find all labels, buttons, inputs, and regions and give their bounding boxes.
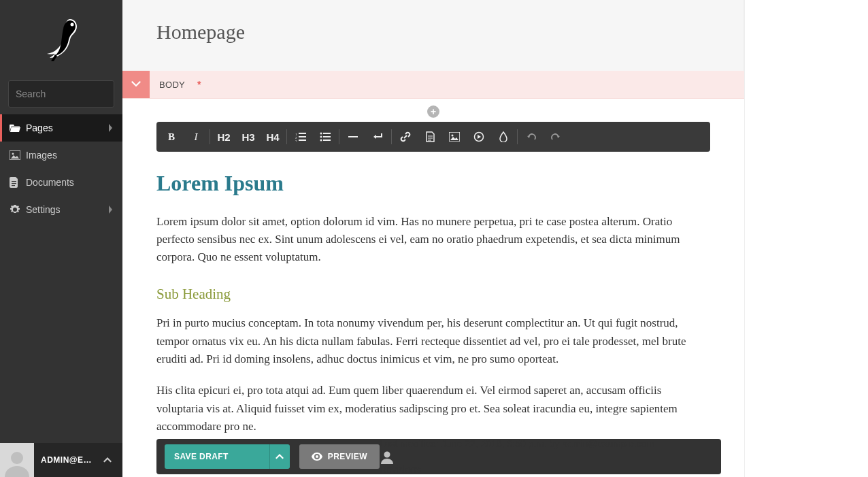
image-icon bbox=[10, 150, 26, 160]
bold-button[interactable]: B bbox=[159, 122, 184, 152]
redo-button[interactable] bbox=[544, 122, 568, 152]
h3-button[interactable]: H3 bbox=[236, 122, 261, 152]
redo-icon bbox=[551, 132, 561, 142]
action-bar-meta: Last modified: June 22, 2018, 9:50 p.m. … bbox=[380, 438, 654, 475]
content-paragraph: Lorem ipsum dolor sit amet, option dolor… bbox=[156, 213, 710, 267]
add-block-button[interactable]: + bbox=[427, 105, 439, 118]
h2-button[interactable]: H2 bbox=[212, 122, 236, 152]
collapse-button[interactable] bbox=[122, 71, 150, 98]
rich-text-toolbar: B I H2 H3 H4 123 bbox=[156, 122, 710, 152]
embed-button[interactable] bbox=[467, 122, 491, 152]
svg-rect-12 bbox=[299, 136, 306, 137]
unordered-list-button[interactable] bbox=[313, 122, 337, 152]
body-label: BODY bbox=[150, 80, 195, 90]
chevron-down-icon bbox=[131, 81, 141, 88]
content-paragraph: His clita epicuri ei, pro tota atqui ad.… bbox=[156, 382, 710, 435]
sidebar-item-label: Pages bbox=[26, 122, 107, 133]
page-title: Homepage bbox=[156, 20, 710, 44]
picture-icon bbox=[449, 132, 460, 142]
chevron-up-icon bbox=[276, 454, 284, 459]
sidebar-item-images[interactable]: Images bbox=[0, 142, 122, 169]
content-h3: Sub Heading bbox=[156, 283, 710, 306]
link-icon bbox=[400, 131, 411, 142]
svg-point-15 bbox=[320, 133, 322, 135]
search-input[interactable] bbox=[9, 88, 141, 99]
separator bbox=[391, 129, 392, 144]
svg-rect-18 bbox=[323, 136, 331, 137]
main: Homepage BODY * + B I H2 H3 bbox=[122, 0, 868, 477]
line-break-button[interactable] bbox=[365, 122, 390, 152]
file-icon bbox=[426, 131, 435, 142]
folder-open-icon bbox=[10, 123, 26, 133]
user-menu-toggle[interactable] bbox=[103, 457, 122, 463]
svg-rect-21 bbox=[348, 136, 358, 137]
horizontal-rule-button[interactable] bbox=[341, 122, 365, 152]
save-draft-dropdown[interactable] bbox=[269, 444, 290, 469]
bird-logo-icon bbox=[43, 15, 80, 64]
separator bbox=[210, 129, 210, 144]
sidebar: Pages Images Documents Settings bbox=[0, 0, 122, 477]
undo-icon bbox=[527, 132, 536, 142]
avatar-icon bbox=[2, 447, 32, 477]
nav: Pages Images Documents Settings bbox=[0, 114, 122, 443]
svg-point-0 bbox=[71, 23, 74, 27]
italic-button[interactable]: I bbox=[184, 122, 208, 152]
svg-point-28 bbox=[384, 452, 390, 458]
h4-button[interactable]: H4 bbox=[261, 122, 285, 152]
preview-label: PREVIEW bbox=[328, 452, 367, 461]
svg-point-17 bbox=[320, 136, 322, 138]
ordered-list-button[interactable]: 123 bbox=[288, 122, 313, 152]
user-bar[interactable]: ADMIN@EX… bbox=[0, 443, 122, 477]
svg-rect-10 bbox=[299, 133, 306, 134]
svg-rect-14 bbox=[299, 139, 306, 141]
required-indicator: * bbox=[197, 79, 201, 90]
preview-button[interactable]: PREVIEW bbox=[299, 444, 380, 469]
content-paragraph: Pri in purto mucius conceptam. In tota n… bbox=[156, 314, 710, 368]
sidebar-item-settings[interactable]: Settings bbox=[0, 196, 122, 223]
play-circle-icon bbox=[473, 131, 484, 142]
revisions-link[interactable]: Revisions bbox=[380, 464, 421, 475]
content-h2: Lorem Ipsum bbox=[156, 167, 710, 201]
image-button[interactable] bbox=[442, 122, 467, 152]
save-draft-button[interactable]: SAVE DRAFT bbox=[165, 444, 269, 469]
sidebar-item-pages[interactable]: Pages bbox=[0, 114, 122, 142]
separator bbox=[517, 129, 518, 144]
save-draft-split-button: SAVE DRAFT bbox=[165, 444, 290, 469]
svg-text:3: 3 bbox=[295, 139, 297, 142]
separator bbox=[286, 129, 287, 144]
list-ol-icon: 123 bbox=[295, 132, 306, 142]
body-section-header: BODY * bbox=[122, 71, 744, 99]
last-modified-text: Last modified: June 22, 2018, 9:50 p.m. … bbox=[380, 438, 654, 449]
sidebar-item-label: Documents bbox=[26, 177, 113, 188]
editor-area: + B I H2 H3 H4 123 bbox=[122, 99, 744, 477]
svg-rect-6 bbox=[12, 183, 16, 184]
sidebar-item-label: Images bbox=[26, 150, 113, 161]
svg-point-26 bbox=[452, 135, 454, 137]
svg-rect-7 bbox=[12, 185, 15, 186]
chevron-right-icon bbox=[107, 124, 113, 132]
sidebar-item-documents[interactable]: Documents bbox=[0, 169, 122, 196]
undo-button[interactable] bbox=[519, 122, 544, 152]
avatar-icon bbox=[380, 449, 395, 464]
document-link-button[interactable] bbox=[418, 122, 442, 152]
svg-rect-20 bbox=[323, 139, 331, 141]
action-bar: SAVE DRAFT PREVIEW Last modified: June 2… bbox=[156, 439, 721, 474]
link-button[interactable] bbox=[393, 122, 418, 152]
list-ul-icon bbox=[320, 132, 331, 142]
rich-text-content[interactable]: Lorem Ipsum Lorem ipsum dolor sit amet, … bbox=[156, 152, 710, 435]
chevron-up-icon bbox=[103, 457, 112, 463]
search-box bbox=[8, 80, 114, 108]
ink-button[interactable] bbox=[491, 122, 516, 152]
svg-point-19 bbox=[320, 139, 322, 142]
user-avatar bbox=[0, 443, 34, 477]
svg-rect-16 bbox=[323, 133, 331, 134]
droplet-icon bbox=[499, 131, 507, 142]
hr-icon bbox=[348, 135, 358, 138]
last-modified-avatar bbox=[380, 449, 654, 464]
page-header: Homepage bbox=[122, 0, 744, 71]
separator bbox=[339, 129, 339, 144]
document-icon bbox=[10, 177, 26, 188]
svg-point-8 bbox=[11, 452, 23, 464]
user-name: ADMIN@EX… bbox=[34, 455, 103, 465]
right-gutter bbox=[744, 0, 868, 477]
